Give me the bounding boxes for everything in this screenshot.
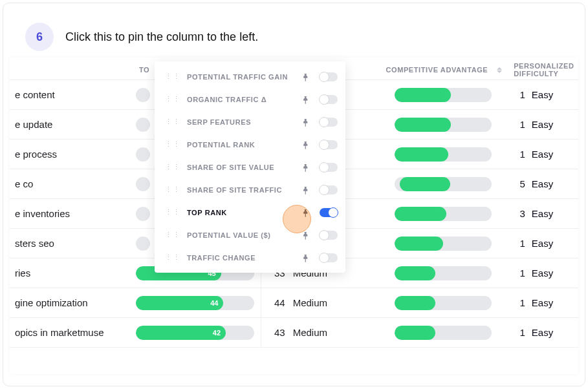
dropdown-item-label: TRAFFIC CHANGE [187,254,290,262]
dropdown-item[interactable]: ⋮⋮POTENTIAL RANK [155,133,345,156]
pin-icon[interactable] [296,114,313,131]
visibility-toggle[interactable] [320,163,338,172]
keyword-cell: gine optimization [10,297,136,308]
drag-handle-icon[interactable]: ⋮⋮ [165,253,180,262]
dropdown-item[interactable]: ⋮⋮POTENTIAL TRAFFIC GAIN [155,65,345,88]
drag-handle-icon[interactable]: ⋮⋮ [165,140,180,149]
step-number-badge: 6 [25,23,54,51]
difficulty-cell: 1Easy [508,268,578,279]
competitive-advantage-cell [382,237,508,251]
visibility-toggle[interactable] [320,231,338,240]
drag-handle-icon[interactable]: ⋮⋮ [165,95,180,103]
keyword-cell: e update [10,119,136,130]
difficulty-cell: 5Easy [508,178,578,189]
difficulty-cell: 3Easy [508,208,578,219]
keyword-cell: ries [10,268,136,279]
table-row[interactable]: gine optimization4444Medium1Easy [10,288,578,318]
pin-icon[interactable] [296,136,313,153]
column-options-dropdown[interactable]: ⋮⋮POTENTIAL TRAFFIC GAIN⋮⋮ORGANIC TRAFFI… [155,61,345,273]
rank-cell: 43Medium [261,318,382,347]
visibility-toggle[interactable] [320,140,338,149]
column-header-personalized-difficulty[interactable]: PERSONALIZED DIFFICULTY [514,62,578,78]
competitive-advantage-cell [382,266,508,280]
competitive-advantage-cell [382,296,508,310]
pin-icon[interactable] [296,182,313,198]
instruction-card: 6 Click this to pin the column to the le… [3,3,585,386]
drag-handle-icon[interactable]: ⋮⋮ [165,185,180,194]
pin-icon[interactable] [296,249,313,266]
visibility-toggle[interactable] [320,118,338,127]
competitive-advantage-cell [382,207,508,221]
keyword-cell: opics in marketmuse [10,327,136,338]
dropdown-item[interactable]: ⋮⋮POTENTIAL VALUE ($) [155,224,345,246]
visibility-toggle[interactable] [320,95,338,104]
dropdown-item[interactable]: ⋮⋮SHARE OF SITE VALUE [155,156,345,178]
competitive-advantage-cell [382,147,508,162]
pin-icon[interactable] [296,68,313,85]
dropdown-item-label: TOP RANK [187,209,290,216]
pin-icon[interactable] [296,159,313,176]
dropdown-item[interactable]: ⋮⋮TOP RANK [155,201,345,224]
drag-handle-icon[interactable]: ⋮⋮ [165,118,180,126]
visibility-toggle[interactable] [320,253,338,262]
keyword-cell: sters seo [10,238,136,249]
difficulty-cell: 1Easy [508,238,578,249]
column-header-competitive-advantage[interactable]: COMPETITIVE ADVANTAGE [386,66,514,74]
dropdown-item[interactable]: ⋮⋮ORGANIC TRAFFIC Δ [155,88,345,110]
visibility-toggle[interactable] [320,208,338,217]
dropdown-item-label: SHARE OF SITE TRAFFIC [187,186,290,194]
pin-icon[interactable] [296,91,313,108]
pin-icon[interactable] [296,227,313,244]
score-bar-cell: 44 [136,296,261,310]
table-row[interactable]: opics in marketmuse4243Medium1Easy [10,318,578,348]
rank-cell: 44Medium [261,288,382,317]
keyword-cell: e content [10,89,136,100]
difficulty-cell: 1Easy [508,149,578,160]
step-instruction-text: Click this to pin the column to the left… [65,30,258,44]
difficulty-cell: 1Easy [508,297,578,308]
visibility-toggle[interactable] [320,72,338,81]
difficulty-cell: 1Easy [508,89,578,100]
pin-icon[interactable] [296,204,313,221]
dropdown-item-label: POTENTIAL VALUE ($) [187,231,290,239]
keyword-cell: e process [10,149,136,160]
difficulty-cell: 1Easy [508,327,578,338]
competitive-advantage-cell [382,177,508,191]
visibility-toggle[interactable] [320,185,338,194]
dropdown-item-label: POTENTIAL RANK [187,141,290,149]
dropdown-item-label: SHARE OF SITE VALUE [187,163,290,171]
keyword-cell: e inventories [10,208,136,219]
dropdown-item-label: ORGANIC TRAFFIC Δ [187,96,290,103]
competitive-advantage-cell [382,88,508,102]
dropdown-item-label: POTENTIAL TRAFFIC GAIN [187,73,290,81]
dropdown-item[interactable]: ⋮⋮TRAFFIC CHANGE [155,246,345,269]
fade-overlay [10,344,578,374]
competitive-advantage-cell [382,118,508,132]
competitive-advantage-cell [382,326,508,340]
keyword-cell: e co [10,178,136,189]
drag-handle-icon[interactable]: ⋮⋮ [165,163,180,171]
step-header: 6 Click this to pin the column to the le… [3,3,585,58]
drag-handle-icon[interactable]: ⋮⋮ [165,208,180,216]
column-header-to[interactable]: TO [139,66,152,74]
dropdown-item[interactable]: ⋮⋮SHARE OF SITE TRAFFIC [155,178,345,201]
difficulty-cell: 1Easy [508,119,578,130]
sort-icon[interactable] [497,67,502,73]
drag-handle-icon[interactable]: ⋮⋮ [165,231,180,239]
score-bar-cell: 42 [136,326,261,340]
drag-handle-icon[interactable]: ⋮⋮ [165,72,180,81]
dropdown-item[interactable]: ⋮⋮SERP FEATURES [155,110,345,133]
dropdown-item-label: SERP FEATURES [187,118,290,126]
